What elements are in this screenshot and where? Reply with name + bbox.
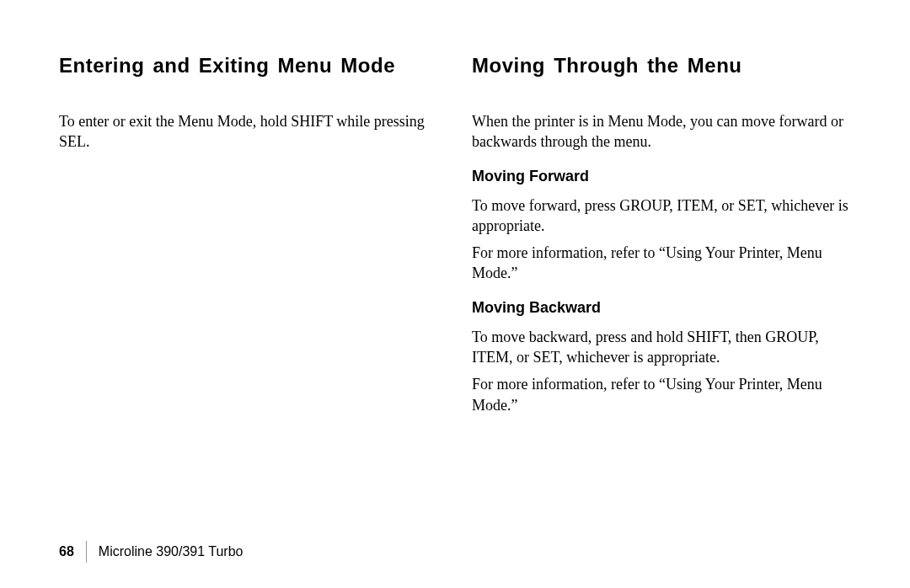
page-number: 68 — [59, 544, 74, 559]
body-text: When the printer is in Menu Mode, you ca… — [472, 111, 859, 152]
heading-moving-through: Moving Through the Menu — [472, 54, 859, 78]
page-content: Entering and Exiting Menu Mode To enter … — [0, 0, 910, 422]
body-text: To move backward, press and hold SHIFT, … — [472, 327, 859, 368]
body-text: For more information, refer to “Using Yo… — [472, 243, 859, 284]
subheading-moving-backward: Moving Backward — [472, 299, 859, 317]
page-footer: 68 Microline 390/391 Turbo — [59, 541, 243, 563]
heading-entering-exiting: Entering and Exiting Menu Mode — [59, 54, 430, 78]
subheading-moving-forward: Moving Forward — [472, 168, 859, 185]
body-text: To move forward, press GROUP, ITEM, or S… — [472, 195, 859, 237]
left-column: Entering and Exiting Menu Mode To enter … — [59, 54, 430, 422]
body-text: For more information, refer to “Using Yo… — [472, 374, 859, 415]
footer-divider — [86, 541, 87, 563]
product-name: Microline 390/391 Turbo — [99, 544, 244, 559]
right-column: Moving Through the Menu When the printer… — [472, 54, 859, 422]
body-text: To enter or exit the Menu Mode, hold SHI… — [59, 111, 430, 152]
